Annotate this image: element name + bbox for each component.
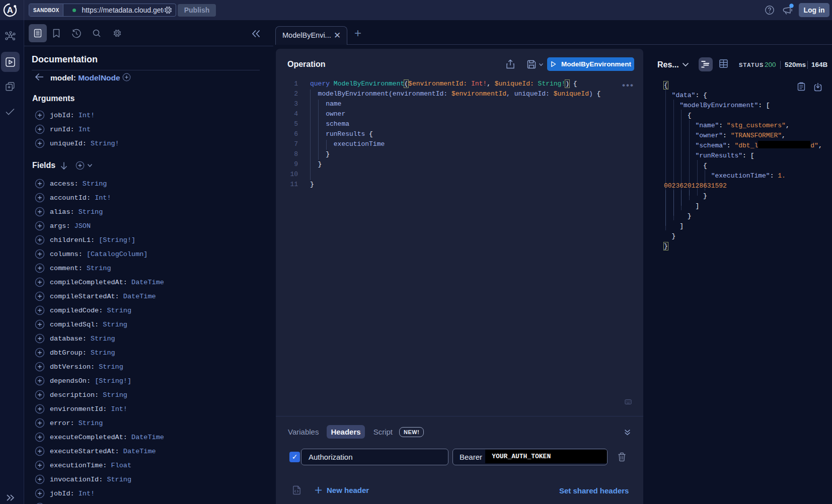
svg-text:A: A: [7, 6, 13, 15]
